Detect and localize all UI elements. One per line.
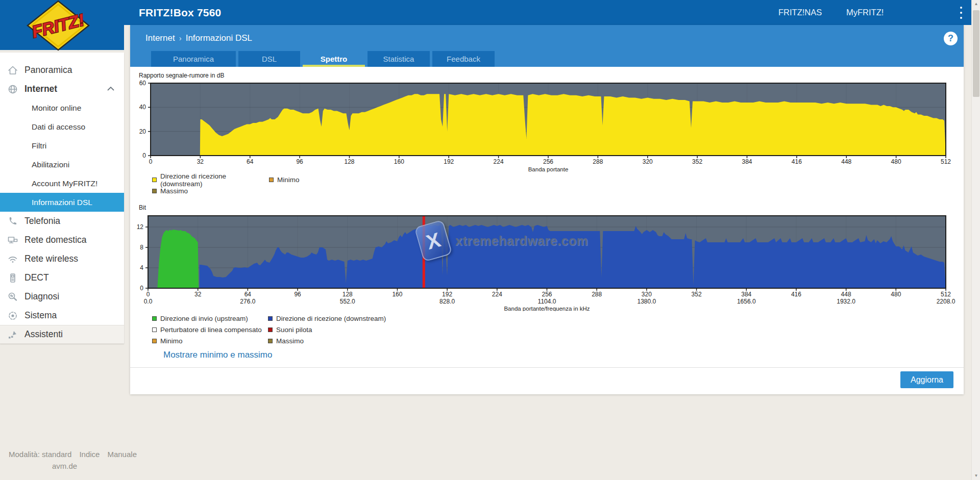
svg-text:320: 320 <box>642 291 652 298</box>
footer-mode-link[interactable]: Modalità: standard <box>9 450 71 459</box>
legend-swatch <box>268 316 273 321</box>
svg-text:256: 256 <box>542 291 552 298</box>
phone-icon <box>7 216 18 227</box>
sidebar-item-monitor-online[interactable]: Monitor online <box>0 98 124 117</box>
legend-label: Direzione di ricezione (downstream) <box>276 315 386 322</box>
svg-text:276.0: 276.0 <box>240 298 255 305</box>
svg-text:128: 128 <box>342 291 353 298</box>
svg-text:384: 384 <box>742 158 752 165</box>
system-icon <box>7 310 18 321</box>
svg-text:192: 192 <box>444 158 454 165</box>
show-minmax-link[interactable]: Mostrare minimo e massimo <box>163 350 273 360</box>
svg-text:0: 0 <box>142 152 146 159</box>
scrollbar[interactable]: ▲ ▼ <box>971 0 980 480</box>
scroll-down-icon[interactable]: ▼ <box>972 472 980 480</box>
legend-label: Perturbatore di linea compensato <box>160 326 262 334</box>
footer: Modalità: standard Indice Manuale <box>9 450 137 459</box>
kebab-menu-icon[interactable] <box>958 7 965 19</box>
tab-dsl[interactable]: DSL <box>238 51 300 67</box>
legend-label: Massimo <box>160 187 188 195</box>
svg-text:1104.0: 1104.0 <box>538 298 556 305</box>
svg-text:224: 224 <box>492 291 502 298</box>
svg-text:288: 288 <box>592 291 602 298</box>
sidebar-item-informazioni-dsl[interactable]: Informazioni DSL <box>0 193 124 212</box>
tab-statistica[interactable]: Statistica <box>368 51 430 67</box>
page-title: FRITZ!Box 7560 <box>139 0 222 25</box>
svg-text:288: 288 <box>593 158 603 165</box>
sidebar-item-abilitazioni[interactable]: Abilitazioni <box>0 155 124 174</box>
legend-swatch <box>268 327 273 332</box>
svg-text:Banda portante: Banda portante <box>528 166 569 172</box>
sidebar-item-telefonia[interactable]: Telefonia <box>0 212 124 231</box>
svg-text:352: 352 <box>692 291 702 298</box>
svg-text:352: 352 <box>692 158 702 165</box>
footer-index-link[interactable]: Indice <box>79 450 100 459</box>
legend-item: Massimo <box>152 187 269 195</box>
svg-text:40: 40 <box>139 104 146 111</box>
sidebar-item-rete-domestica[interactable]: Rete domestica <box>0 231 124 249</box>
sidebar-item-label: Account MyFRITZ! <box>32 179 97 188</box>
svg-text:448: 448 <box>841 291 851 298</box>
sidebar-item-assistenti[interactable]: Assistenti <box>0 325 124 344</box>
svg-text:1380.0: 1380.0 <box>638 298 656 305</box>
sidebar-item-label: Sistema <box>24 310 57 321</box>
scroll-up-icon[interactable]: ▲ <box>972 0 980 8</box>
legend-label: Minimo <box>160 337 183 345</box>
sidebar: Panoramica Internet Monitor online Dati … <box>0 53 124 344</box>
legend-swatch <box>152 339 157 343</box>
dect-phone-icon <box>7 272 18 284</box>
scrollbar-thumb[interactable] <box>973 10 979 97</box>
tab-panoramica[interactable]: Panoramica <box>151 51 236 67</box>
svg-text:60: 60 <box>139 80 146 87</box>
legend-swatch <box>152 316 157 321</box>
sidebar-item-sistema[interactable]: Sistema <box>0 306 124 325</box>
svg-text:4: 4 <box>140 264 143 271</box>
svg-text:64: 64 <box>247 158 254 165</box>
sidebar-item-label: Monitor online <box>32 104 81 113</box>
myfritz-link[interactable]: MyFRITZ! <box>846 0 884 25</box>
legend-label: Suoni pilota <box>276 326 312 334</box>
sidebar-item-dati-di-accesso[interactable]: Dati di accesso <box>0 117 124 136</box>
wifi-icon <box>7 254 18 265</box>
chevron-up-icon[interactable] <box>107 84 115 94</box>
sidebar-item-label: Telefonia <box>24 216 60 226</box>
legend-item: Minimo <box>152 337 268 345</box>
tab-spettro[interactable]: Spettro <box>303 51 365 67</box>
sidebar-item-label: Filtri <box>32 141 46 150</box>
sidebar-item-label: Panoramica <box>24 65 72 75</box>
footer-avm-link[interactable]: avm.de <box>52 462 77 470</box>
svg-text:0: 0 <box>149 158 153 165</box>
sidebar-item-label: Diagnosi <box>24 291 59 302</box>
refresh-button[interactable]: Aggiorna <box>900 371 953 388</box>
sidebar-item-dect[interactable]: DECT <box>0 268 124 287</box>
top-bar: FRITZ!Box 7560 FRITZ!NAS MyFRITZ! <box>0 0 971 25</box>
svg-text:480: 480 <box>891 158 901 165</box>
sidebar-item-rete-wireless[interactable]: Rete wireless <box>0 249 124 268</box>
footer-manual-link[interactable]: Manuale <box>107 450 137 459</box>
sidebar-item-panoramica[interactable]: Panoramica <box>0 61 124 80</box>
fritznas-link[interactable]: FRITZ!NAS <box>778 0 822 25</box>
legend-item: Minimo <box>269 175 300 184</box>
help-icon[interactable]: ? <box>944 32 958 45</box>
tab-feedback[interactable]: Feedback <box>432 51 495 67</box>
sidebar-item-account-myfritz[interactable]: Account MyFRITZ! <box>0 174 124 193</box>
svg-text:0: 0 <box>140 285 143 292</box>
breadcrumb-section: Internet <box>145 33 175 43</box>
sidebar-item-internet[interactable]: Internet <box>0 80 124 98</box>
legend-item: Massimo <box>268 337 386 345</box>
fritz-logo[interactable]: FRITZ! <box>0 0 124 51</box>
sidebar-item-filtri[interactable]: Filtri <box>0 136 124 155</box>
legend-item: Direzione di ricezione (downstream) <box>152 175 269 184</box>
bit-spectrum-chart: 0481203264961281601922242562883203523844… <box>130 209 964 311</box>
network-icon <box>7 235 18 246</box>
snr-spectrum-chart: 0204060032649612816019222425628832035238… <box>130 77 964 179</box>
svg-text:828.0: 828.0 <box>439 298 455 305</box>
legend-item: Suoni pilota <box>268 325 386 334</box>
content-card: Internet›Informazioni DSL Panoramica DSL… <box>130 25 964 394</box>
sidebar-item-diagnosi[interactable]: Diagnosi <box>0 287 124 306</box>
svg-text:512: 512 <box>941 158 951 165</box>
snr-chart-legend: Direzione di ricezione (downstream) Mini… <box>152 175 300 195</box>
svg-text:384: 384 <box>741 291 751 298</box>
legend-item: Direzione di ricezione (downstream) <box>268 314 386 323</box>
legend-swatch <box>269 178 274 182</box>
